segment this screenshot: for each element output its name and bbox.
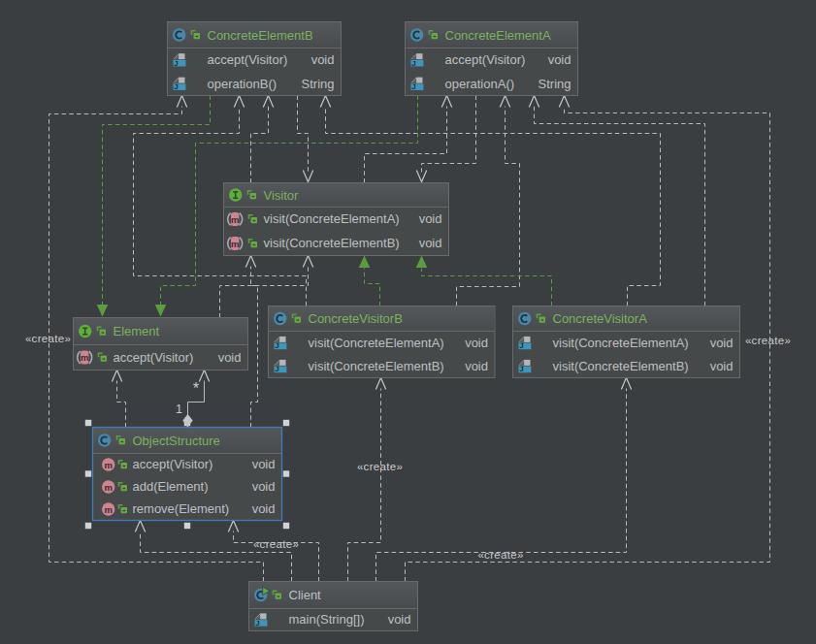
svg-text:«create»: «create»	[25, 333, 71, 344]
svg-text:accept(Visitor): accept(Visitor)	[114, 350, 194, 365]
svg-text:void: void	[252, 479, 276, 494]
svg-text:*: *	[193, 379, 200, 397]
svg-text:void: void	[388, 612, 411, 627]
svg-text:String: String	[539, 77, 571, 91]
svg-text:ConcreteVisitorB: ConcreteVisitorB	[309, 311, 403, 326]
svg-text:ConcreteVisitorA: ConcreteVisitorA	[553, 311, 648, 326]
svg-text:void: void	[710, 336, 734, 350]
svg-text:Client: Client	[289, 588, 322, 602]
svg-text:operationA(): operationA()	[445, 77, 515, 91]
svg-text:«create»: «create»	[253, 538, 299, 550]
svg-text:String: String	[302, 77, 335, 91]
svg-text:ConcreteElementB: ConcreteElementB	[208, 28, 313, 43]
svg-text:add(Element): add(Element)	[133, 479, 209, 494]
svg-text:void: void	[252, 457, 276, 471]
svg-text:«create»: «create»	[477, 549, 523, 561]
svg-text:void: void	[252, 501, 276, 516]
svg-text:main(String[]): main(String[])	[289, 612, 365, 627]
svg-text:Visitor: Visitor	[264, 188, 300, 203]
svg-text:Element: Element	[114, 324, 160, 338]
svg-text:remove(Element): remove(Element)	[133, 501, 230, 516]
svg-text:void: void	[311, 52, 335, 67]
svg-text:ConcreteElementA: ConcreteElementA	[445, 28, 551, 43]
svg-text:accept(Visitor): accept(Visitor)	[133, 457, 213, 471]
svg-text:void: void	[465, 336, 488, 350]
svg-text:accept(Visitor): accept(Visitor)	[445, 52, 526, 67]
svg-text:visit(ConcreteElementA): visit(ConcreteElementA)	[309, 336, 444, 350]
svg-text:visit(ConcreteElementA): visit(ConcreteElementA)	[264, 211, 400, 226]
svg-text:operationB(): operationB()	[208, 77, 277, 91]
svg-text:visit(ConcreteElementB): visit(ConcreteElementB)	[553, 359, 689, 373]
svg-text:ObjectStructure: ObjectStructure	[133, 434, 220, 448]
svg-text:void: void	[710, 359, 734, 373]
svg-text:visit(ConcreteElementA): visit(ConcreteElementA)	[553, 336, 689, 350]
svg-text:void: void	[548, 52, 571, 67]
svg-text:«create»: «create»	[745, 335, 791, 346]
svg-text:«create»: «create»	[357, 461, 403, 472]
svg-text:void: void	[465, 359, 488, 373]
svg-text:accept(Visitor): accept(Visitor)	[208, 52, 288, 67]
svg-text:1: 1	[176, 402, 182, 416]
svg-text:visit(ConcreteElementB): visit(ConcreteElementB)	[264, 236, 400, 250]
svg-text:void: void	[419, 211, 442, 226]
svg-text:visit(ConcreteElementB): visit(ConcreteElementB)	[309, 359, 444, 373]
svg-text:void: void	[419, 236, 442, 250]
svg-text:void: void	[218, 350, 242, 365]
